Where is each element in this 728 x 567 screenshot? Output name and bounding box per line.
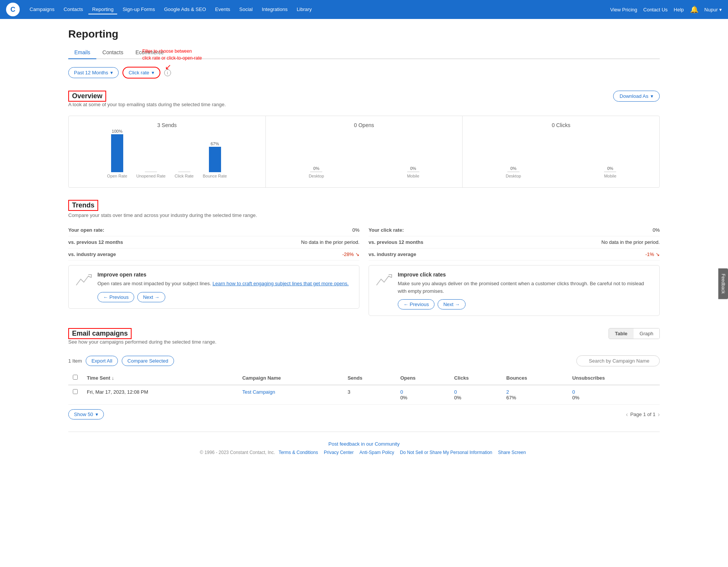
tab-emails[interactable]: Emails <box>68 46 96 59</box>
nav-google-ads[interactable]: Google Ads & SEO <box>160 5 210 14</box>
nav-contacts[interactable]: Contacts <box>60 5 87 14</box>
bar-bounce-rate: 67% Bounce Rate <box>203 141 227 178</box>
select-all-checkbox[interactable] <box>73 375 78 380</box>
bounces-count[interactable]: 2 <box>506 389 563 395</box>
click-rate-tip: Improve click rates Make sure you always… <box>369 265 660 316</box>
bounces-pct: 67% <box>506 395 563 401</box>
bar-visual <box>604 171 616 172</box>
download-as-button[interactable]: Download As ▾ <box>613 91 660 102</box>
campaign-name-link[interactable]: Test Campaign <box>242 389 275 395</box>
bar-label-bot: Mobile <box>604 174 616 178</box>
trends-title: Trends <box>68 200 98 211</box>
vs-prev-open-value: No data in the prior period. <box>301 239 359 245</box>
page-footer: Post feedback in our Community © 1996 - … <box>68 432 660 460</box>
vs-prev-click-value: No data in the prior period. <box>601 239 660 245</box>
view-pricing-link[interactable]: View Pricing <box>610 7 637 13</box>
opens-values: 0 0% <box>400 389 445 401</box>
top-nav: C Campaigns Contacts Reporting Sign-up F… <box>0 0 728 19</box>
show-50-button[interactable]: Show 50 ▾ <box>68 409 104 419</box>
post-feedback-link[interactable]: Post feedback in our Community <box>68 441 660 447</box>
nav-events[interactable]: Events <box>211 5 234 14</box>
privacy-link[interactable]: Privacy Center <box>324 450 354 455</box>
unsub-count[interactable]: 0 <box>572 389 655 395</box>
tip-prev-button[interactable]: ← Previous <box>97 292 134 302</box>
clicks-count[interactable]: 0 <box>454 389 497 395</box>
search-input[interactable] <box>576 355 660 366</box>
bar-label-bot: Click Rate <box>175 174 194 178</box>
terms-link[interactable]: Terms & Conditions <box>279 450 318 455</box>
do-not-sell-link[interactable]: Do Not Sell or Share My Personal Informa… <box>400 450 492 455</box>
sends-title: 3 Sends <box>75 122 259 128</box>
overview-subtitle: A look at some of your top emailing stat… <box>68 102 226 107</box>
campaigns-controls-left: 1 Item Export All Compare Selected <box>68 356 174 366</box>
next-page-arrow[interactable]: › <box>658 411 660 418</box>
campaigns-controls: 1 Item Export All Compare Selected 🔍 <box>68 355 660 366</box>
nav-signup-forms[interactable]: Sign-up Forms <box>119 5 158 14</box>
bar-label-top: 67% <box>211 141 219 146</box>
spam-link[interactable]: Anti-Spam Policy <box>359 450 394 455</box>
cell-unsubscribes: 0 0% <box>568 385 660 405</box>
tip-next-button-2[interactable]: Next → <box>438 299 465 309</box>
col-campaign-name: Campaign Name <box>238 371 343 385</box>
tip-click-content: Improve click rates Make sure you always… <box>398 272 653 309</box>
tab-ecommerce[interactable]: Ecommerce <box>129 46 170 59</box>
table-view-button[interactable]: Table <box>609 328 634 339</box>
vs-industry-click-value: -1% <box>645 251 660 257</box>
col-opens: Opens <box>396 371 450 385</box>
bar-label-top: 0% <box>313 166 319 171</box>
compare-selected-button[interactable]: Compare Selected <box>122 356 174 366</box>
opens-count[interactable]: 0 <box>400 389 445 395</box>
export-all-button[interactable]: Export All <box>86 356 118 366</box>
time-range-filter[interactable]: Past 12 Months ▾ <box>68 67 119 78</box>
contact-us-link[interactable]: Contact Us <box>643 7 668 13</box>
tip-prev-button-2[interactable]: ← Previous <box>398 299 435 309</box>
share-screen-link[interactable]: Share Screen <box>498 450 526 455</box>
download-label: Download As <box>620 93 648 99</box>
vs-industry-open-value: -28% <box>342 251 359 257</box>
bar-visual <box>209 147 221 172</box>
campaigns-header: Email campaigns See how your campaigns p… <box>68 328 660 351</box>
stat-clicks: 0 Clicks 0% Desktop 0% Mobile <box>463 116 659 187</box>
col-sends: Sends <box>343 371 396 385</box>
tab-contacts[interactable]: Contacts <box>96 46 129 59</box>
cell-campaign-name: Test Campaign <box>238 385 343 405</box>
nav-reporting[interactable]: Reporting <box>88 5 117 14</box>
row-checkbox[interactable] <box>73 389 78 394</box>
campaigns-title: Email campaigns <box>68 328 132 339</box>
user-menu[interactable]: Nupur ▾ <box>704 7 722 13</box>
bar-label-bot: Open Rate <box>107 174 127 178</box>
logo[interactable]: C <box>6 3 20 16</box>
open-rate-tip: Improve open rates Open rates are most i… <box>68 265 359 309</box>
clicks-values: 0 0% <box>454 389 497 401</box>
chevron-down-icon: ▾ <box>651 93 653 99</box>
tip-next-button[interactable]: Next → <box>137 292 165 302</box>
opens-title: 0 Opens <box>272 122 457 128</box>
click-rate-row: Your click rate: 0% <box>369 224 660 236</box>
tip-click-actions: ← Previous Next → <box>398 299 653 309</box>
info-icon[interactable]: i <box>164 69 171 76</box>
graph-view-button[interactable]: Graph <box>634 328 659 339</box>
click-rate-filter[interactable]: Click rate ▾ <box>122 67 160 79</box>
bell-icon[interactable]: 🔔 <box>690 5 698 14</box>
open-rate-label: Your open rate: <box>68 227 104 233</box>
clicks-pct: 0% <box>454 395 497 401</box>
trends-click-rate-col: Your click rate: 0% vs. previous 12 mont… <box>369 224 660 316</box>
feedback-tab[interactable]: Feedback <box>719 268 728 299</box>
vs-industry-open-row: vs. industry average -28% <box>68 248 359 261</box>
nav-library[interactable]: Library <box>293 5 315 14</box>
table-footer: Show 50 ▾ ‹ Page 1 of 1 › <box>68 409 660 419</box>
col-bounces: Bounces <box>502 371 568 385</box>
tip-link[interactable]: Learn how to craft engaging subject line… <box>212 281 348 286</box>
sends-chart: 100% Open Rate 0% Unopened Rate 0% Click… <box>75 133 259 178</box>
chevron-down-icon: ▾ <box>96 412 98 417</box>
help-link[interactable]: Help <box>674 7 684 13</box>
main-content: Reporting Emails Contacts Ecommerce Past… <box>0 19 728 567</box>
page-title: Reporting <box>68 28 660 40</box>
opens-pct: 0% <box>400 395 445 401</box>
cell-time-sent: Fri, Mar 17, 2023, 12:08 PM <box>82 385 238 405</box>
nav-campaigns[interactable]: Campaigns <box>26 5 58 14</box>
nav-social[interactable]: Social <box>235 5 256 14</box>
bar-label-top: 0% <box>607 166 613 171</box>
nav-integrations[interactable]: Integrations <box>258 5 291 14</box>
prev-page-arrow[interactable]: ‹ <box>626 411 628 418</box>
